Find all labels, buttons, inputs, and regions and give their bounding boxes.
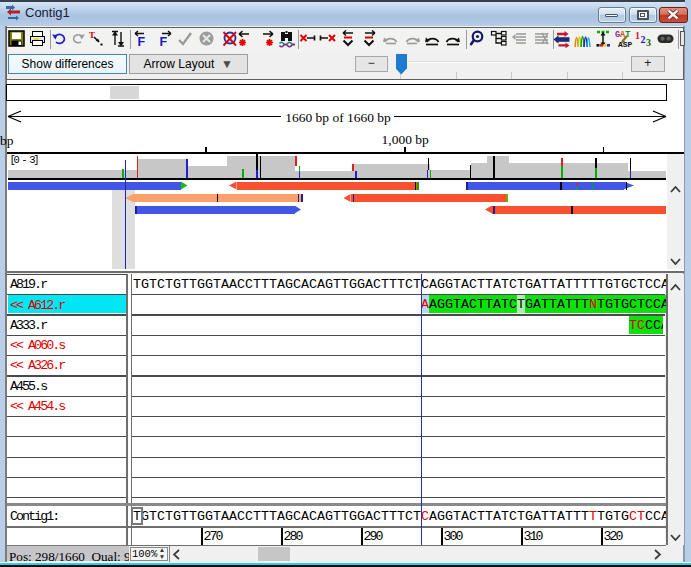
svg-text:ASP: ASP xyxy=(618,40,633,49)
svg-text:3: 3 xyxy=(646,37,651,48)
svg-text:F: F xyxy=(137,35,145,48)
svg-text:GAT: GAT xyxy=(615,30,630,40)
svg-text:F: F xyxy=(159,35,167,48)
svg-text:T: T xyxy=(89,30,95,40)
svg-text:2: 2 xyxy=(640,34,645,45)
svg-text:1: 1 xyxy=(635,30,640,41)
